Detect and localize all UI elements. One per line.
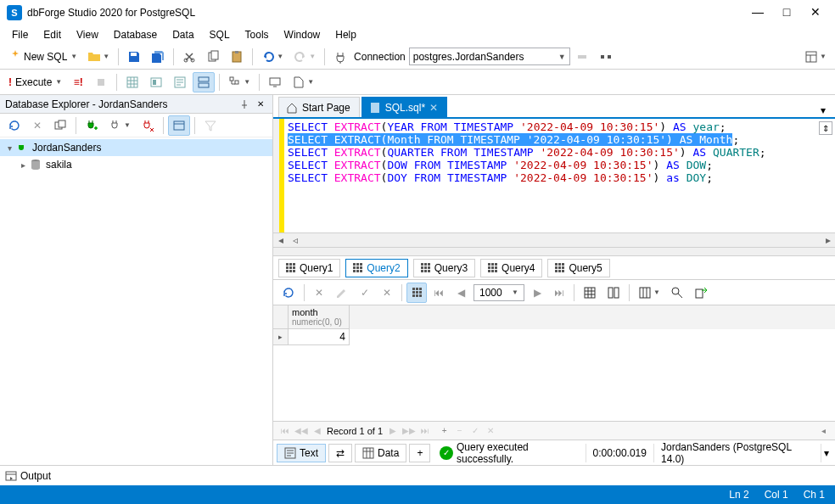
editor-horizontal-scrollbar[interactable]: ◂ ◃ ▸ <box>273 232 835 247</box>
grid-apply2-button[interactable]: ✓ <box>355 283 375 303</box>
add-view-button[interactable]: + <box>409 444 430 462</box>
view-card-button[interactable] <box>602 283 625 303</box>
disconnect-button[interactable] <box>137 115 159 136</box>
page-size-combo[interactable]: 1000▼ <box>474 284 524 301</box>
horizontal-splitter[interactable] <box>273 248 835 256</box>
show-connections-button[interactable]: ▼ <box>104 115 135 136</box>
open-button[interactable]: ▼ <box>83 47 114 67</box>
scroll-right-icon[interactable]: ▸ <box>821 233 835 248</box>
delete-node-button[interactable]: ✕ <box>27 115 48 136</box>
grid-apply-button[interactable] <box>331 283 353 303</box>
commit-record-button[interactable]: ✓ <box>468 426 481 435</box>
column-header[interactable]: month numeric(0, 0) <box>289 305 350 329</box>
status-dropdown-button[interactable]: ▾ <box>821 444 832 462</box>
menu-database[interactable]: Database <box>107 26 164 43</box>
execute-button[interactable]: ! Execute ▼ <box>4 72 66 92</box>
new-connection-button[interactable] <box>81 115 103 136</box>
result-grid[interactable]: month numeric(0, 0) ▸ 4 <box>273 305 835 421</box>
grid-cancel2-button[interactable]: ✕ <box>377 283 397 303</box>
output-panel-tab[interactable]: Output <box>0 465 835 485</box>
collapse-icon[interactable]: ▾ <box>3 143 15 153</box>
menu-tools[interactable]: Tools <box>238 26 276 43</box>
tb-outline-button[interactable]: ▼ <box>224 72 255 92</box>
table-row[interactable]: ▸ 4 <box>273 329 835 345</box>
tree-node-database[interactable]: ▸ sakila <box>0 156 272 173</box>
next-page-record-button[interactable]: ▶▶ <box>402 426 415 435</box>
page-last-button[interactable]: ⏭ <box>549 283 569 303</box>
menu-help[interactable]: Help <box>328 26 363 43</box>
last-record-button[interactable]: ⏭ <box>418 426 431 435</box>
query-tab-5[interactable]: Query5 <box>547 259 609 277</box>
first-record-button[interactable]: ⏮ <box>278 426 291 435</box>
swap-mode-button[interactable]: ⇄ <box>328 444 352 462</box>
tb-card-button[interactable] <box>145 72 167 92</box>
query-tab-3[interactable]: Query3 <box>413 259 475 277</box>
tree-node-connection[interactable]: ▾ JordanSanders <box>0 139 272 156</box>
data-mode-button[interactable]: Data <box>355 444 406 462</box>
expand-icon[interactable]: ▸ <box>17 160 29 170</box>
tb-toggle-results-button[interactable] <box>193 72 215 92</box>
tab-sql-file[interactable]: SQL.sql* ✕ <box>361 97 447 117</box>
copy-button[interactable] <box>202 47 224 67</box>
window-layouts-button[interactable]: ▼ <box>800 47 831 67</box>
tabs-overflow-button[interactable]: ▾ <box>816 104 830 117</box>
next-record-button[interactable]: ▶ <box>386 426 399 435</box>
grid-paging-button[interactable] <box>406 283 427 303</box>
new-window-button[interactable] <box>49 115 71 136</box>
code-area[interactable]: SELECT EXTRACT(YEAR FROM TIMESTAMP '2022… <box>273 119 835 232</box>
refresh-button[interactable] <box>3 115 25 136</box>
tb-bookmark-button[interactable]: ▼ <box>288 72 318 92</box>
hscroll-left-icon[interactable]: ◂ <box>817 426 830 435</box>
query-tab-2[interactable]: Query2 <box>345 259 407 277</box>
menu-file[interactable]: File <box>5 26 35 43</box>
export-button[interactable] <box>690 283 712 303</box>
scroll-left-icon[interactable]: ◂ <box>273 233 288 248</box>
revert-record-button[interactable]: ✕ <box>484 426 496 435</box>
find-button[interactable] <box>666 283 688 303</box>
menu-sql[interactable]: SQL <box>203 26 237 43</box>
menu-window[interactable]: Window <box>277 26 328 43</box>
db-plug-button[interactable] <box>571 47 593 67</box>
prev-page-record-button[interactable]: ◀◀ <box>294 426 307 435</box>
pin-button[interactable] <box>238 98 251 111</box>
tab-start-page[interactable]: Start Page <box>278 97 360 117</box>
minimize-button[interactable]: ― <box>745 4 771 21</box>
new-sql-button[interactable]: New SQL ▼ <box>4 47 81 67</box>
execute-to-cursor-button[interactable]: ≡! <box>68 72 88 92</box>
save-button[interactable] <box>123 47 145 67</box>
tb-single-button[interactable] <box>169 72 191 92</box>
connection-icon-button[interactable] <box>329 47 351 67</box>
scroll-left2-icon[interactable]: ◃ <box>288 233 302 248</box>
view-grid-button[interactable] <box>579 283 601 303</box>
paste-button[interactable] <box>226 47 248 67</box>
redo-button[interactable]: ▼ <box>289 47 320 67</box>
columns-button[interactable]: ▼ <box>634 283 664 303</box>
connection-combo[interactable]: postgres.JordanSanders ▼ <box>409 48 570 65</box>
cell-value[interactable]: 4 <box>289 329 350 345</box>
menu-view[interactable]: View <box>70 26 105 43</box>
close-window-button[interactable]: ✕ <box>803 4 828 21</box>
page-next-button[interactable]: ▶ <box>527 283 547 303</box>
prev-record-button[interactable]: ◀ <box>311 426 323 435</box>
query-tab-4[interactable]: Query4 <box>480 259 542 277</box>
delete-record-button[interactable]: − <box>453 426 466 435</box>
menu-data[interactable]: Data <box>165 26 200 43</box>
grid-cancel-button[interactable]: ✕ <box>309 283 329 303</box>
explorer-tree[interactable]: ▾ JordanSanders ▸ sakila <box>0 137 272 465</box>
maximize-button[interactable]: □ <box>774 4 799 21</box>
editor-collapse-button[interactable]: ⇕ <box>819 121 832 135</box>
tb-grid-button[interactable] <box>121 72 143 92</box>
query-tab-1[interactable]: Query1 <box>278 259 340 277</box>
tb-screen-button[interactable] <box>264 72 286 92</box>
save-all-button[interactable] <box>147 47 169 67</box>
cut-button[interactable] <box>178 47 200 67</box>
stop-button[interactable] <box>90 72 112 92</box>
db-unplug-button[interactable] <box>595 47 617 67</box>
grid-refresh-button[interactable] <box>277 283 300 303</box>
show-all-button[interactable] <box>168 115 190 136</box>
menu-edit[interactable]: Edit <box>36 26 68 43</box>
text-mode-button[interactable]: Text <box>277 444 326 462</box>
page-first-button[interactable]: ⏮ <box>429 283 449 303</box>
add-record-button[interactable]: + <box>438 426 451 435</box>
filter-button[interactable] <box>199 115 221 136</box>
